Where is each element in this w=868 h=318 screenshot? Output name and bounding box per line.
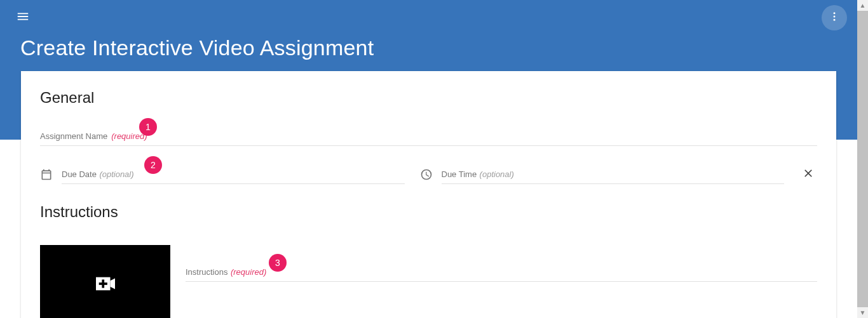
hamburger-icon [16, 10, 30, 26]
svg-point-0 [834, 12, 836, 14]
svg-rect-6 [98, 282, 107, 285]
instructions-hint: (required) [231, 267, 266, 277]
instructions-heading: Instructions [40, 203, 817, 221]
svg-marker-4 [110, 279, 115, 289]
general-heading: General [40, 89, 817, 107]
video-add-icon [96, 277, 115, 293]
more-vertical-icon [829, 11, 840, 25]
svg-point-2 [834, 19, 836, 21]
due-date-field[interactable]: 2 Due Date (optional) [40, 165, 405, 184]
due-time-label: Due Time [442, 169, 477, 179]
due-date-hint: (optional) [99, 169, 133, 179]
add-video-button[interactable] [40, 245, 170, 318]
scrollbar-thumb[interactable] [857, 11, 868, 307]
clear-datetime-button[interactable] [799, 167, 817, 182]
assignment-name-label: Assignment Name [40, 131, 107, 141]
scroll-up-icon: ▲ [857, 0, 868, 11]
page-title: Create Interactive Video Assignment [20, 36, 374, 60]
instructions-field[interactable]: 3 Instructions (required) [186, 241, 817, 282]
due-date-label: Due Date [62, 169, 97, 179]
menu-button[interactable] [10, 5, 36, 30]
badge-3: 3 [269, 254, 287, 272]
topbar [0, 0, 857, 36]
instructions-label: Instructions [186, 267, 227, 277]
calendar-icon [40, 168, 53, 181]
scroll-down-icon: ▼ [857, 307, 868, 318]
due-time-field[interactable]: Due Time (optional) [420, 165, 785, 184]
badge-1: 1 [139, 118, 157, 136]
due-time-hint: (optional) [480, 169, 514, 179]
badge-2: 2 [144, 156, 162, 174]
more-options-button[interactable] [822, 5, 847, 30]
scrollbar[interactable]: ▲ ▼ [857, 0, 868, 318]
assignment-name-field[interactable]: 1 Assignment Name (required) [40, 127, 817, 146]
close-icon [802, 167, 815, 182]
main-card: General 1 Assignment Name (required) [21, 71, 836, 318]
svg-point-1 [834, 16, 836, 18]
clock-icon [420, 168, 433, 181]
